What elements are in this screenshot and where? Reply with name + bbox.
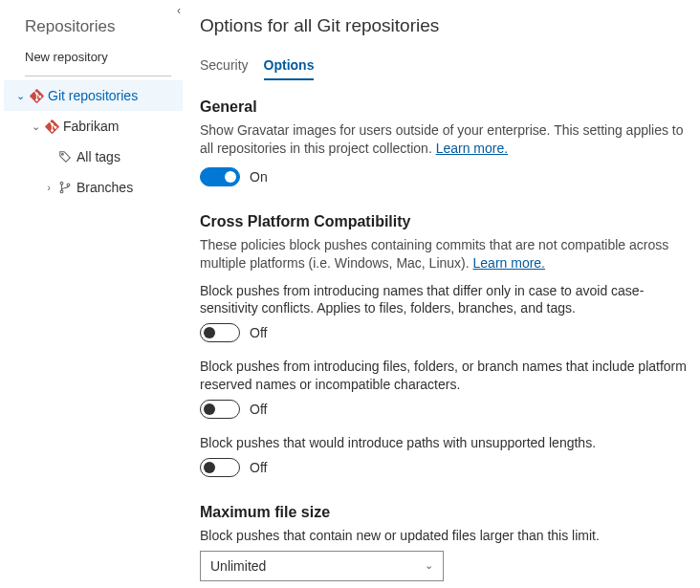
chevron-down-icon: ⌄ bbox=[425, 559, 433, 572]
path-length-toggle-row: Off bbox=[200, 458, 690, 477]
sidebar-title: Repositories bbox=[4, 11, 183, 42]
tab-bar: Security Options bbox=[200, 54, 690, 81]
sidebar-item-git-repositories[interactable]: ⌄ Git repositories bbox=[4, 80, 183, 111]
sidebar-item-label: All tags bbox=[75, 149, 120, 164]
path-length-toggle[interactable] bbox=[200, 458, 240, 477]
tab-options[interactable]: Options bbox=[264, 54, 315, 80]
gravatar-toggle[interactable] bbox=[200, 167, 240, 186]
git-icon bbox=[42, 120, 61, 134]
learn-more-link[interactable]: Learn more. bbox=[436, 141, 508, 156]
case-sensitivity-toggle-label: Off bbox=[250, 325, 267, 340]
sidebar-item-fabrikam[interactable]: ⌄ Fabrikam bbox=[4, 111, 183, 142]
cross-description: These policies block pushes containing c… bbox=[200, 236, 690, 272]
toggle-knob bbox=[204, 327, 215, 338]
toggle-knob bbox=[225, 171, 236, 183]
case-sensitivity-toggle-row: Off bbox=[200, 323, 690, 342]
path-length-desc: Block pushes that would introduce paths … bbox=[200, 434, 690, 452]
git-icon bbox=[27, 89, 46, 103]
main-content: Options for all Git repositories Securit… bbox=[186, 0, 700, 588]
dropdown-value: Unlimited bbox=[210, 558, 266, 574]
case-sensitivity-toggle[interactable] bbox=[200, 323, 240, 342]
toggle-knob bbox=[204, 403, 215, 415]
max-file-size-desc: Block pushes that contain new or updated… bbox=[200, 527, 690, 545]
sidebar: ‹ Repositories New repository ⌄ Git repo… bbox=[0, 0, 186, 588]
gravatar-toggle-row: On bbox=[200, 167, 690, 186]
path-length-toggle-label: Off bbox=[250, 460, 267, 475]
svg-point-3 bbox=[67, 184, 70, 186]
app-root: ‹ Repositories New repository ⌄ Git repo… bbox=[0, 0, 700, 588]
section-heading-general: General bbox=[200, 98, 690, 116]
section-heading-cross-platform: Cross Platform Compatibility bbox=[200, 213, 690, 230]
tab-security[interactable]: Security bbox=[200, 54, 249, 80]
cross-desc-text: These policies block pushes containing c… bbox=[200, 237, 668, 271]
gravatar-toggle-label: On bbox=[250, 169, 268, 185]
sidebar-item-all-tags[interactable]: All tags bbox=[4, 142, 183, 172]
tag-icon bbox=[55, 150, 75, 163]
chevron-down-icon: ⌄ bbox=[29, 120, 42, 133]
sidebar-item-label: Fabrikam bbox=[61, 119, 119, 134]
svg-point-0 bbox=[62, 154, 64, 156]
chevron-down-icon: ⌄ bbox=[13, 90, 27, 102]
sidebar-item-label: Git repositories bbox=[46, 88, 138, 103]
learn-more-link[interactable]: Learn more. bbox=[473, 255, 545, 271]
case-sensitivity-desc: Block pushes from introducing names that… bbox=[200, 282, 690, 318]
reserved-names-toggle-row: Off bbox=[200, 400, 690, 419]
divider bbox=[25, 76, 171, 76]
toggle-knob bbox=[204, 462, 215, 473]
svg-point-1 bbox=[60, 182, 63, 185]
collapse-sidebar-icon[interactable]: ‹ bbox=[177, 4, 181, 17]
sidebar-item-branches[interactable]: › Branches bbox=[4, 172, 183, 203]
chevron-right-icon: › bbox=[42, 182, 55, 193]
reserved-names-toggle[interactable] bbox=[200, 400, 240, 419]
reserved-names-desc: Block pushes from introducing files, fol… bbox=[200, 358, 690, 394]
new-repository-link[interactable]: New repository bbox=[4, 42, 183, 72]
reserved-names-toggle-label: Off bbox=[250, 402, 267, 417]
svg-point-2 bbox=[60, 190, 63, 193]
max-file-size-dropdown[interactable]: Unlimited ⌄ bbox=[200, 551, 444, 581]
branch-icon bbox=[55, 181, 75, 194]
section-heading-max-file-size: Maximum file size bbox=[200, 504, 690, 521]
sidebar-item-label: Branches bbox=[75, 180, 133, 195]
general-description: Show Gravatar images for users outside o… bbox=[200, 121, 690, 158]
page-title: Options for all Git repositories bbox=[200, 15, 690, 36]
